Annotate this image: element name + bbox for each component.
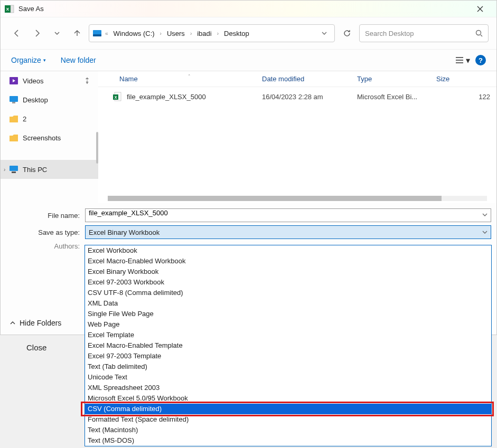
horizontal-scrollbar[interactable]: [108, 196, 487, 201]
dropdown-item[interactable]: Excel Macro-Enabled Template: [85, 340, 491, 351]
navigation-row: « Windows (C:) › Users › ibadi › Desktop: [1, 17, 496, 49]
close-button[interactable]: Close: [26, 343, 46, 352]
breadcrumb-item[interactable]: ibadi: [195, 28, 213, 39]
sidebar-item-label: Desktop: [23, 96, 48, 104]
search-field[interactable]: [365, 30, 471, 37]
excel-file-icon: X: [113, 92, 123, 101]
desktop-icon: [9, 95, 18, 104]
sidebar-item-videos[interactable]: Videos: [1, 71, 98, 90]
dropdown-item[interactable]: Text (MS-DOS): [85, 435, 491, 446]
save-as-type-value: Excel Binary Workbook: [89, 228, 160, 236]
breadcrumb-item[interactable]: Users: [165, 28, 187, 39]
dropdown-item[interactable]: Text (Macintosh): [85, 425, 491, 435]
svg-rect-4: [93, 34, 101, 36]
titlebar: X Save As: [1, 1, 496, 17]
svg-point-5: [476, 31, 481, 35]
videos-icon: [9, 76, 18, 85]
pin-icon: [85, 78, 90, 84]
dialog-title: Save As: [18, 5, 44, 13]
excel-app-icon: X: [5, 4, 14, 14]
hide-folders-button[interactable]: Hide Folders: [10, 319, 61, 327]
pc-icon: [9, 165, 18, 174]
up-button[interactable]: [69, 25, 86, 42]
column-size[interactable]: Size: [436, 75, 496, 83]
dropdown-item[interactable]: XML Spreadsheet 2003: [85, 383, 491, 393]
dropdown-item[interactable]: Single File Web Page: [85, 309, 491, 319]
chevron-down-icon: ▾: [43, 58, 46, 63]
dropdown-item[interactable]: Excel 97-2003 Template: [85, 351, 491, 361]
file-type: Microsoft Excel Bi...: [357, 93, 436, 101]
file-row[interactable]: X file_example_XLSX_5000 16/04/2023 2:28…: [98, 87, 496, 106]
sidebar-item-screenshots[interactable]: Screenshots: [1, 128, 98, 147]
breadcrumb[interactable]: « Windows (C:) › Users › ibadi › Desktop: [89, 24, 335, 42]
form-area: File name: file_example_XLSX_5000 Save a…: [1, 203, 496, 250]
forward-button[interactable]: [29, 25, 45, 42]
svg-text:X: X: [115, 96, 117, 99]
organize-label: Organize: [11, 56, 41, 64]
save-as-type-dropdown[interactable]: Excel Binary Workbook: [85, 225, 491, 239]
column-type[interactable]: Type: [357, 75, 436, 83]
column-name[interactable]: Name˄: [98, 75, 262, 83]
folder-icon: [9, 133, 18, 142]
file-size: 122: [436, 93, 496, 101]
dropdown-item[interactable]: CSV (Comma delimited): [85, 404, 491, 414]
svg-text:X: X: [6, 7, 10, 12]
chevron-right-icon: ›: [189, 31, 193, 36]
chevron-down-icon: [482, 230, 487, 235]
close-icon[interactable]: [468, 1, 492, 17]
dropdown-item[interactable]: Web Page: [85, 319, 491, 330]
dropdown-item[interactable]: Excel Binary Workbook: [85, 266, 491, 277]
organize-menu[interactable]: Organize▾: [11, 56, 46, 64]
dropdown-item[interactable]: Excel Macro-Enabled Workbook: [85, 256, 491, 266]
recent-locations-button[interactable]: [49, 25, 65, 42]
chevron-left-icon: «: [104, 31, 109, 36]
sidebar-item-label: Screenshots: [23, 134, 61, 142]
sidebar-item-label: Videos: [23, 77, 44, 85]
dropdown-item[interactable]: Excel Template: [85, 330, 491, 340]
chevron-down-icon[interactable]: [482, 212, 487, 217]
breadcrumb-dropdown[interactable]: [317, 31, 331, 36]
breadcrumb-item[interactable]: Windows (C:): [111, 28, 157, 39]
back-button[interactable]: [8, 25, 25, 42]
help-button[interactable]: ?: [475, 55, 486, 65]
dropdown-item[interactable]: Microsoft Excel 5.0/95 Workbook: [85, 393, 491, 404]
sidebar: Videos Desktop 2 Screenshots › This PC: [1, 71, 98, 203]
sidebar-item-this-pc[interactable]: › This PC: [1, 160, 98, 179]
refresh-button[interactable]: [338, 24, 356, 42]
authors-label: Authors:: [6, 242, 85, 250]
dropdown-item[interactable]: Unicode Text: [85, 372, 491, 383]
view-menu[interactable]: ▾: [455, 55, 470, 65]
save-as-type-label: Save as type:: [6, 228, 85, 236]
svg-rect-7: [10, 96, 18, 102]
sidebar-item-label: 2: [23, 115, 26, 123]
search-icon: [475, 30, 483, 37]
sidebar-item-desktop[interactable]: Desktop: [1, 90, 98, 109]
dropdown-item[interactable]: Excel Workbook: [85, 245, 491, 256]
file-date: 16/04/2023 2:28 am: [262, 93, 357, 101]
breadcrumb-item[interactable]: Desktop: [222, 28, 251, 39]
dropdown-item[interactable]: XML Data: [85, 298, 491, 309]
new-folder-button[interactable]: New folder: [61, 56, 96, 64]
drive-icon: [92, 28, 102, 38]
toolbar: Organize▾ New folder ▾ ?: [1, 49, 496, 71]
dropdown-item[interactable]: Text (Tab delimited): [85, 361, 491, 372]
sidebar-item-label: This PC: [23, 166, 47, 174]
svg-rect-8: [12, 102, 15, 103]
file-list: Name˄ Date modified Type Size X file_exa…: [98, 71, 496, 203]
sort-indicator-icon: ˄: [188, 74, 191, 79]
dialog-body: Videos Desktop 2 Screenshots › This PC: [1, 71, 496, 203]
file-type-dropdown-list[interactable]: Excel WorkbookExcel Macro-Enabled Workbo…: [85, 245, 492, 446]
dropdown-item[interactable]: CSV UTF-8 (Comma delimited): [85, 288, 491, 298]
sidebar-item-folder-2[interactable]: 2: [1, 109, 98, 128]
column-headers: Name˄ Date modified Type Size: [98, 71, 496, 87]
file-name: file_example_XLSX_5000: [127, 93, 206, 101]
dropdown-item[interactable]: Excel 97-2003 Workbook: [85, 277, 491, 288]
file-name-input[interactable]: file_example_XLSX_5000: [85, 208, 491, 222]
file-name-label: File name:: [6, 212, 85, 220]
chevron-right-icon: ›: [159, 31, 163, 36]
dropdown-item[interactable]: Formatted Text (Space delimited): [85, 414, 491, 425]
column-date[interactable]: Date modified: [262, 75, 357, 83]
search-input[interactable]: [359, 24, 489, 42]
svg-rect-9: [10, 166, 18, 171]
folder-icon: [9, 114, 18, 123]
